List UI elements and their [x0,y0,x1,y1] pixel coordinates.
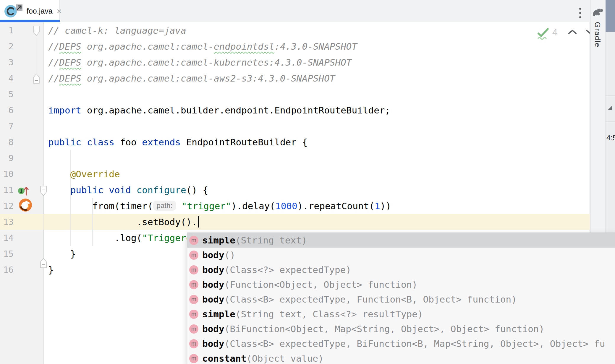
completion-item-name: simple [202,233,235,248]
fold-marker-start[interactable] [40,186,47,197]
svg-text:I: I [20,188,22,194]
fold-marker-start[interactable] [33,25,40,37]
line-number[interactable]: 4 [0,70,14,86]
inspections-count: 4 [552,27,557,38]
completion-item-name: body [202,321,224,336]
text-caret [198,216,199,228]
camel-k-file-icon [4,3,23,19]
completion-item-params: (String text) [235,233,307,248]
completion-item-params: (BiFunction<Object, Map<String, Object>,… [224,321,545,336]
background-window-glyph [608,106,612,110]
code-line-6[interactable]: import org.apache.camel.builder.endpoint… [48,102,390,118]
tab-label: foo.java [27,7,53,15]
tab-foo-java[interactable]: foo.java × [0,0,60,22]
completion-item-simple[interactable]: msimple(String text, Class<?> resultType… [187,307,615,321]
camel-route-icon[interactable] [19,198,32,213]
divider [606,95,615,96]
fold-range-line [43,196,43,258]
method-icon: m [189,310,198,319]
completion-item-name: simple [202,307,235,321]
completion-item-body[interactable]: mbody(Class<B> expectedType, Function<B,… [187,292,615,307]
code-line-12[interactable]: from(timer(path: "trigger").delay(1000).… [48,198,391,214]
completion-item-name: body [202,336,224,351]
gradle-elephant-icon[interactable] [592,8,604,18]
completion-item-params: (Class<B> expectedType, BiFunction<B, Ma… [224,336,605,351]
completion-item-simple[interactable]: msimple(String text) [187,233,615,248]
completion-item-params: () [224,248,235,262]
completion-item-params: (Class<B> expectedType, Function<B, Obje… [224,292,517,307]
completion-item-name: constant [202,351,246,364]
code-line-14[interactable]: .log("Triggere [48,230,192,246]
completion-item-body[interactable]: mbody() [187,248,615,262]
overriding-method-icon[interactable]: I [15,184,30,199]
editor-tab-bar [0,0,590,22]
line-number[interactable]: 9 [0,150,14,166]
completion-item-params: (Object value) [246,351,323,364]
code-line-1[interactable]: // camel-k: language=java [48,22,186,38]
more-vertical-icon[interactable] [577,6,584,20]
completion-item-body[interactable]: mbody(Function<Object, Object> function) [187,277,615,292]
method-icon: m [189,251,198,260]
line-number[interactable]: 15 [0,246,14,262]
fold-marker-end[interactable] [40,258,47,269]
active-tab-indicator [0,20,60,22]
completion-item-constant[interactable]: mconstant(Object value) [187,351,615,364]
divider [606,121,615,122]
method-icon: m [189,324,198,334]
code-line-11[interactable]: public void configure() { [48,182,208,198]
completion-item-body[interactable]: mbody(BiFunction<Object, Map<String, Obj… [187,321,615,336]
line-number[interactable]: 14 [0,230,14,246]
completion-item-name: body [202,277,224,292]
code-line-2[interactable]: //DEPS org.apache.camel:camel-endpointds… [48,38,357,54]
code-line-3[interactable]: //DEPS org.apache.camel:camel-kubernetes… [48,54,352,70]
line-number[interactable]: 1 [0,22,14,38]
line-number[interactable]: 3 [0,54,14,70]
completion-popup: msimple(String text)mbody()mbody(Class<?… [187,233,615,364]
completion-item-params: (String text, Class<?> resultType) [235,307,423,321]
line-number[interactable]: 11 [0,182,14,198]
completion-item-params: (Function<Object, Object> function) [224,277,417,292]
code-line-13[interactable]: .setBody(). [48,214,199,230]
fold-range-line [36,36,36,73]
line-number[interactable]: 16 [0,262,14,278]
completion-item-name: body [202,248,224,262]
line-number[interactable]: 5 [0,86,14,102]
background-window-text: 4:5 [606,134,615,142]
method-icon: m [189,354,198,363]
line-number[interactable]: 13 [0,214,14,230]
line-number[interactable]: 12 [0,198,14,214]
method-icon: m [189,295,198,304]
completion-item-name: body [202,262,224,277]
line-number[interactable]: 8 [0,134,14,150]
method-icon: m [189,236,198,245]
completion-item-body[interactable]: mbody(Class<?> expectedType) [187,262,615,277]
completion-item-params: (Class<?> expectedType) [224,262,351,277]
code-line-4[interactable]: //DEPS org.apache.camel:camel-aws2-s3:4.… [48,70,335,86]
line-number[interactable]: 2 [0,38,14,54]
background-window-header [606,0,615,32]
code-line-16[interactable]: } [48,262,54,278]
completion-item-name: body [202,292,224,307]
chevron-up-icon[interactable] [567,29,577,36]
inspections-widget: 4 [536,26,595,41]
method-icon: m [189,280,198,289]
code-line-10[interactable]: @Override [48,166,120,182]
line-number[interactable]: 7 [0,118,14,134]
line-number[interactable]: 10 [0,166,14,182]
close-icon[interactable]: × [57,7,62,16]
method-icon: m [189,339,198,348]
completion-item-body[interactable]: mbody(Class<B> expectedType, BiFunction<… [187,336,615,351]
code-line-8[interactable]: public class foo extends EndpointRouteBu… [48,134,308,150]
fold-marker-end[interactable] [33,73,40,85]
inspections-ok-icon[interactable] [536,26,550,42]
method-icon: m [189,265,198,274]
line-number[interactable]: 6 [0,102,14,118]
tool-window-button-gradle[interactable]: Gradle [593,22,602,48]
code-line-15[interactable]: } [48,246,76,262]
